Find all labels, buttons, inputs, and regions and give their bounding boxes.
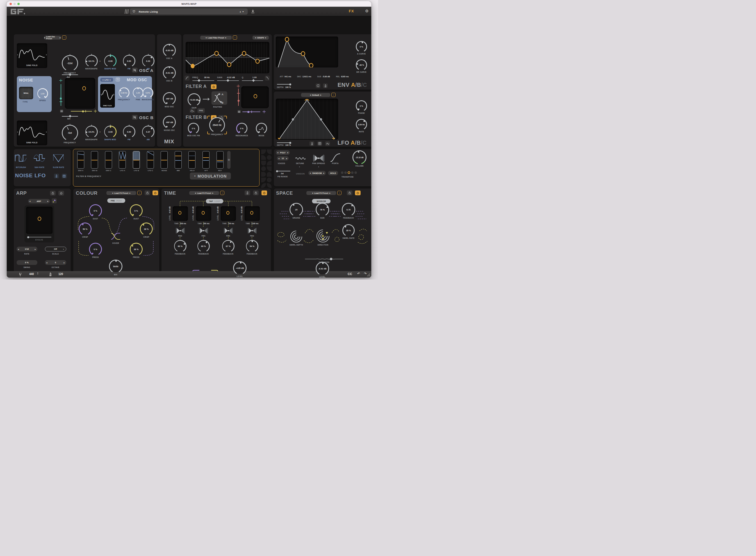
- tempo-metronome-icon[interactable]: [49, 273, 52, 276]
- mod-slot-velo[interactable]: [188, 151, 195, 169]
- tap-feedback-knob-2[interactable]: 69 %FEEDBACK: [197, 240, 210, 255]
- tap-pan-icon[interactable]: [176, 227, 185, 234]
- delay-tap-pad-4[interactable]: [245, 206, 260, 221]
- osc-b-fine-tune-slider[interactable]: [62, 116, 78, 116]
- mod-slot-lfo-a[interactable]: [119, 151, 126, 169]
- filter-xy-pad[interactable]: [241, 86, 269, 108]
- filter-xy-cursor[interactable]: [254, 94, 257, 98]
- resize-handle[interactable]: [366, 273, 370, 277]
- colour-press-left-knob[interactable]: 0 %PRESS: [89, 243, 102, 258]
- mod-slot-lfo-b[interactable]: [133, 151, 140, 169]
- gain-slider[interactable]: [217, 80, 239, 81]
- mod-slot-noise[interactable]: [160, 151, 168, 169]
- space-level-knob[interactable]: -6.92 dBLEVEL: [316, 262, 329, 278]
- tap-cursor[interactable]: [226, 211, 229, 215]
- mod-osc-frequency-knob[interactable]: 0.38 HzFREQUENCY: [119, 88, 130, 101]
- preset-browser[interactable]: ♡ Remote Living ▲▼: [130, 8, 248, 14]
- tap-loop-toggle[interactable]: TAP LOOP: [206, 199, 223, 203]
- colour-lock-icon[interactable]: [145, 190, 150, 195]
- space-preset-save-icon[interactable]: ↓: [337, 191, 341, 195]
- undo-icon[interactable]: ↶: [357, 272, 360, 276]
- time-sync-metronome-icon[interactable]: [245, 190, 250, 195]
- lfo-keytrack-piano-icon[interactable]: [317, 141, 322, 146]
- mod-slot-env-a[interactable]: [77, 151, 84, 169]
- preset-prev-next-arrows[interactable]: ▲▼: [239, 11, 245, 13]
- time-power-button[interactable]: [261, 190, 267, 195]
- colour-crisp-right-knob[interactable]: 38 %CRISP: [140, 222, 153, 238]
- tap-time[interactable]: TIME308 ms: [171, 222, 189, 224]
- swirl-depth-spiral-icon[interactable]: [290, 230, 303, 243]
- tap-segment[interactable]: TAP: [209, 200, 213, 202]
- voice-mode-selector[interactable]: ◀POLY▶: [276, 150, 290, 155]
- mix-noise-osc-knob[interactable]: -INF dBNOISE OSC: [163, 116, 176, 131]
- mod-osc-waveshape-knob[interactable]: 0.0%WAVESHAPE: [143, 88, 153, 101]
- xy-pad-cursor[interactable]: [82, 86, 86, 91]
- noise-lfo-metronome-icon[interactable]: [54, 174, 59, 178]
- lfo-depth-slider[interactable]: [277, 142, 291, 143]
- mod-slot-aft[interactable]: [203, 151, 210, 169]
- osc-a-wave-display[interactable]: SINE FOLD: [17, 43, 47, 68]
- freq-slider[interactable]: [192, 80, 214, 81]
- lfo-preset-save-icon[interactable]: ↓: [331, 93, 335, 97]
- volume-knob[interactable]: -15.18 dBVOLUME: [353, 150, 366, 167]
- time-lock-icon[interactable]: [253, 190, 259, 195]
- osc-a-am-knob[interactable]: 0.33AM: [142, 55, 154, 70]
- collapse-arrow[interactable]: ◀: [99, 60, 101, 62]
- colour-power-button[interactable]: [152, 190, 158, 195]
- sh-rate-icon[interactable]: [33, 152, 45, 164]
- mod-osc-mode-selector[interactable]: ◀LFO▶: [100, 78, 113, 82]
- tuning-fork-icon[interactable]: [19, 273, 22, 276]
- osc-a-frequency-knob[interactable]: -12stFREQUENCY: [62, 55, 78, 74]
- noise-lfo-piano-icon[interactable]: [62, 174, 67, 178]
- mod-range-crosshair-purple[interactable]: [262, 110, 266, 113]
- pre-segment[interactable]: PRE: [111, 200, 115, 202]
- hold-button[interactable]: HOLD: [328, 171, 338, 175]
- env-stat[interactable]: ATT941 ms: [280, 76, 291, 77]
- settings-gear-icon[interactable]: ⚙: [365, 9, 369, 13]
- lfo-phase-knob[interactable]: 0 %PHASE: [356, 100, 367, 114]
- filter-preset-save-icon[interactable]: ↓: [233, 35, 237, 40]
- pb-range-slider[interactable]: [276, 171, 290, 171]
- lfo-shape-display[interactable]: [276, 99, 338, 140]
- tap-feedback-knob-4[interactable]: 54 %FEEDBACK: [246, 240, 258, 255]
- tap-time[interactable]: TIME450 ms: [194, 222, 213, 224]
- mod-slot-lfo-c[interactable]: [147, 151, 154, 169]
- filter-gain-knob[interactable]: +3.09 dBGAIN: [188, 93, 201, 109]
- env-sync-metronome-icon[interactable]: [323, 83, 328, 88]
- osc-b-fm-knob[interactable]: 0.00FM: [123, 126, 135, 140]
- delay-tap-pad-1[interactable]: [173, 206, 188, 221]
- mod-range-crosshair-red[interactable]: [237, 84, 240, 88]
- transpose-dots[interactable]: [341, 171, 357, 174]
- arp-octave-stepper[interactable]: ◀0▶: [45, 260, 66, 265]
- tap-level[interactable]: LEVEL-6.02 dB: [169, 206, 171, 221]
- detune-icon[interactable]: [295, 156, 306, 160]
- filter-xy-menu-icon[interactable]: [237, 110, 241, 113]
- pre-button[interactable]: PRE: [197, 108, 205, 113]
- osc-b-am-knob[interactable]: 0.37AM: [142, 126, 154, 140]
- osc-a-fm-knob[interactable]: 0.00FM: [123, 55, 135, 70]
- lowpass-icon[interactable]: [265, 76, 270, 81]
- highpass-icon[interactable]: [184, 76, 189, 81]
- mod-slot-key[interactable]: [217, 151, 223, 169]
- osc-a-waveshape-knob[interactable]: 16.1%WAVESHAPE: [85, 55, 98, 70]
- lfo-rate-knob[interactable]: 3.84 HzRATE: [356, 119, 367, 133]
- time-level-knob[interactable]: -4.85 dBLEVEL: [233, 261, 247, 277]
- tap-level[interactable]: LEVEL-6.02 dB: [241, 206, 243, 221]
- space-preset-selector[interactable]: ◀Load FX Preset▶: [307, 191, 336, 195]
- xy-pad-menu-icon[interactable]: [60, 109, 64, 113]
- time-preset-save-icon[interactable]: ↓: [220, 191, 224, 195]
- cc-button[interactable]: CC: [348, 272, 352, 276]
- arp-lock-icon[interactable]: [50, 191, 56, 196]
- filter-a-power-button[interactable]: [211, 84, 217, 89]
- tap-level[interactable]: LEVEL-6.02 dB: [217, 206, 219, 221]
- colour-dust-right-knob[interactable]: 0 %DUST: [130, 204, 143, 220]
- post-segment[interactable]: POST: [116, 200, 122, 202]
- arp-evolve-slider[interactable]: [27, 237, 51, 237]
- colour-preset-selector[interactable]: ◀Load FX Preset▶: [106, 191, 136, 195]
- arp-swing-field[interactable]: 0 %: [16, 260, 37, 265]
- space-lock-icon[interactable]: [347, 190, 353, 195]
- colour-press-right-knob[interactable]: 36 %PRESS: [130, 243, 143, 258]
- osc-b-waveshape-knob[interactable]: 15.3%WAVESHAPE: [85, 126, 98, 140]
- filter-mod-slider[interactable]: [238, 89, 239, 106]
- loop-segment[interactable]: LOOP: [215, 200, 220, 202]
